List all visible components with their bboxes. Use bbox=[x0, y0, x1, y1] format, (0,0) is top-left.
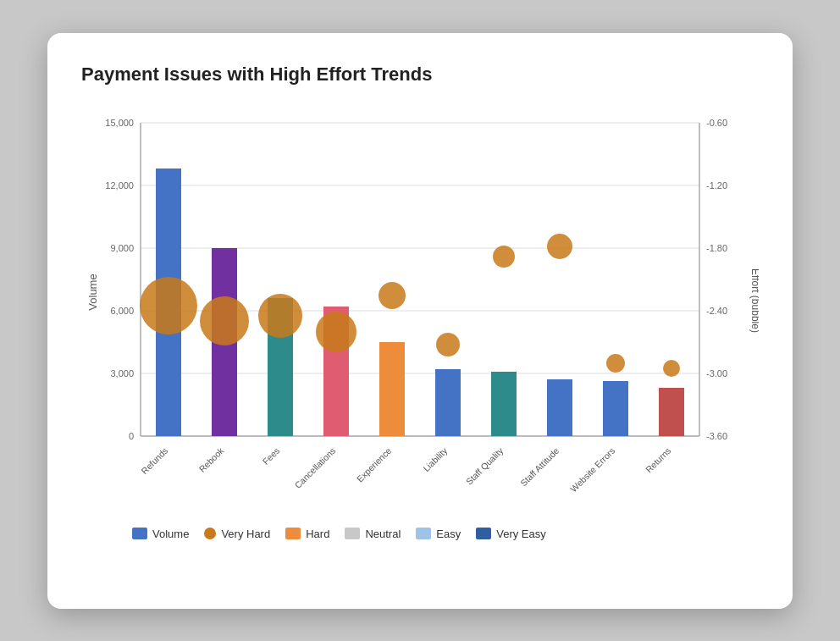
chart-card: Payment Issues with High Effort Trends V… bbox=[47, 33, 793, 609]
bar-staff-attitude bbox=[547, 379, 572, 436]
bar-website-errors bbox=[603, 381, 628, 436]
svg-text:-3.00: -3.00 bbox=[706, 368, 727, 379]
legend-swatch-easy bbox=[416, 528, 431, 539]
svg-text:-1.80: -1.80 bbox=[706, 243, 727, 253]
svg-text:Returns: Returns bbox=[644, 445, 672, 473]
svg-text:0: 0 bbox=[129, 431, 134, 441]
svg-text:Cancellations: Cancellations bbox=[292, 445, 337, 489]
chart-legend: Volume Very Hard Hard Neutral Easy Very … bbox=[81, 528, 759, 540]
svg-text:6,000: 6,000 bbox=[110, 306, 134, 316]
legend-swatch-hard bbox=[285, 528, 301, 539]
chart-area: Volume Effort (bubble) 0 3,000 6,000 9,0… bbox=[81, 106, 759, 512]
bubble-cancellations bbox=[316, 312, 356, 352]
bubble-staff-quality bbox=[493, 246, 515, 268]
legend-swatch-very-easy bbox=[476, 528, 491, 539]
svg-text:Liability: Liability bbox=[421, 445, 450, 473]
legend-very-easy: Very Easy bbox=[476, 528, 546, 540]
svg-text:Rebook: Rebook bbox=[196, 445, 226, 474]
chart-title: Payment Issues with High Effort Trends bbox=[81, 64, 759, 86]
svg-text:Refunds: Refunds bbox=[139, 445, 169, 475]
bubble-refunds bbox=[140, 277, 197, 334]
legend-swatch-volume bbox=[132, 528, 147, 539]
bubble-rebook bbox=[200, 296, 249, 345]
svg-text:Staff Attitude: Staff Attitude bbox=[518, 445, 561, 488]
svg-text:Staff Quality: Staff Quality bbox=[464, 445, 506, 486]
legend-easy: Easy bbox=[416, 528, 461, 540]
y-right-label: Effort (bubble) bbox=[749, 268, 759, 333]
svg-text:3,000: 3,000 bbox=[110, 368, 134, 379]
chart-svg: Volume Effort (bubble) 0 3,000 6,000 9,0… bbox=[81, 106, 759, 512]
bar-experience bbox=[379, 342, 405, 436]
svg-text:-0.60: -0.60 bbox=[706, 118, 727, 128]
svg-text:Fees: Fees bbox=[260, 445, 281, 466]
y-left-label: Volume bbox=[86, 274, 99, 310]
svg-text:Experience: Experience bbox=[355, 445, 394, 484]
bubble-staff-attitude bbox=[547, 234, 572, 259]
bubble-returns bbox=[663, 360, 680, 377]
legend-swatch-neutral bbox=[345, 528, 360, 539]
svg-text:-3.60: -3.60 bbox=[706, 431, 727, 441]
legend-very-hard: Very Hard bbox=[204, 528, 270, 540]
bar-staff-quality bbox=[491, 372, 517, 436]
bubble-experience bbox=[379, 282, 406, 309]
bar-liability bbox=[435, 369, 461, 436]
bubble-liability bbox=[436, 333, 460, 356]
legend-swatch-very-hard bbox=[204, 528, 216, 539]
bar-returns bbox=[659, 388, 684, 436]
svg-text:-2.40: -2.40 bbox=[706, 306, 727, 316]
bubble-fees bbox=[258, 294, 302, 338]
svg-text:9,000: 9,000 bbox=[110, 243, 134, 253]
legend-volume: Volume bbox=[132, 528, 189, 540]
legend-hard: Hard bbox=[285, 528, 329, 540]
bubble-website-errors bbox=[606, 354, 625, 373]
svg-text:15,000: 15,000 bbox=[105, 118, 134, 128]
legend-neutral: Neutral bbox=[345, 528, 401, 540]
svg-text:-1.20: -1.20 bbox=[706, 180, 727, 191]
svg-text:12,000: 12,000 bbox=[105, 180, 134, 191]
svg-text:Website Errors: Website Errors bbox=[568, 445, 616, 493]
